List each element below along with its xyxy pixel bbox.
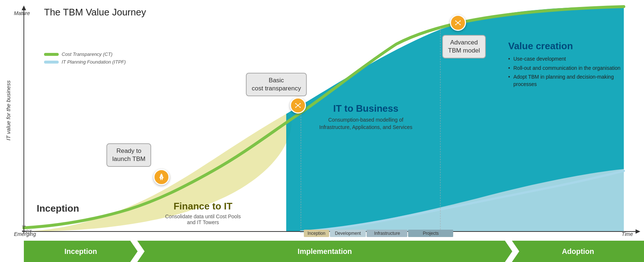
circle-launch <box>153 169 170 185</box>
circle-basic <box>290 97 306 114</box>
svg-line-17 <box>298 105 300 107</box>
legend: Cost Transparency (CT) IT Planning Found… <box>44 51 126 67</box>
callout-basic-cost-text: Basic cost transparency <box>252 76 301 93</box>
chart-title: The TBM Value Journey <box>44 7 146 18</box>
callout-advanced-tbm-text: Advanced TBM model <box>448 39 480 55</box>
svg-line-23 <box>456 21 458 23</box>
section-it-to-business: IT to Business Consumption-based modelli… <box>319 103 412 131</box>
legend-ct-label: Cost Transparency (CT) <box>62 51 112 57</box>
network-icon <box>294 101 302 110</box>
y-axis-label: IT value for the business <box>3 18 14 202</box>
rocket-icon <box>157 173 166 182</box>
section-finance-title: Finance to IT <box>165 201 241 212</box>
section-value-bullet-2: Roll-out and communication in the organi… <box>508 65 633 72</box>
callout-advanced-tbm: Advanced TBM model <box>442 35 486 58</box>
label-time: Time <box>622 231 633 237</box>
ct-axis-label: CT <box>26 229 32 234</box>
small-phase-projects: Projects <box>408 230 453 237</box>
phase-adoption: Adoption <box>512 241 644 262</box>
circle-advanced <box>450 15 466 31</box>
phase-inception: Inception <box>24 241 138 262</box>
small-phase-inception: Inception <box>304 230 329 237</box>
main-container: The TBM Value Journey IT value for the b… <box>0 0 644 262</box>
svg-line-15 <box>298 104 300 105</box>
svg-line-25 <box>456 23 458 25</box>
small-phase-infrastructure: Infrastructure <box>367 230 407 237</box>
callout-basic-cost: Basic cost transparency <box>246 73 307 96</box>
phase-implementation: Implementation <box>137 241 512 262</box>
phases-bar: Inception Implementation Adoption <box>24 241 644 262</box>
section-finance-to-it: Finance to IT Consolidate data until Cos… <box>165 201 241 225</box>
legend-ct-line <box>44 53 59 56</box>
small-phase-development: Development <box>330 230 366 237</box>
legend-ct: Cost Transparency (CT) <box>44 51 126 57</box>
svg-line-26 <box>458 23 460 25</box>
svg-line-14 <box>296 104 298 105</box>
svg-marker-1 <box>22 6 26 10</box>
small-phase-bars: Inception Development Infrastructure Pro… <box>304 230 453 237</box>
section-value-title: Value creation <box>508 40 633 52</box>
label-mature: Mature <box>14 10 30 16</box>
svg-marker-3 <box>636 229 640 234</box>
section-value-bullet-1: Use-case development <box>508 55 633 63</box>
section-inception: Inception <box>37 203 79 214</box>
diagram-icon <box>454 18 462 27</box>
svg-line-24 <box>458 21 460 23</box>
section-inception-title: Inception <box>37 203 79 214</box>
section-it-business-title: IT to Business <box>319 103 412 114</box>
section-value-bullet-3: Adopt TBM in planning and decision-makin… <box>508 73 633 88</box>
callout-ready-launch: Ready to launch TBM <box>106 143 151 167</box>
callout-ready-launch-text: Ready to launch TBM <box>112 147 145 163</box>
label-emerging: Emerging <box>14 231 36 237</box>
legend-itpf: IT Planning Foundation (ITPF) <box>44 59 126 65</box>
section-it-business-subtitle: Consumption-based modelling of Infrastru… <box>319 116 412 131</box>
legend-itpf-label: IT Planning Foundation (ITPF) <box>62 59 126 65</box>
section-finance-subtitle: Consolidate data until Cost Pools and IT… <box>165 213 241 225</box>
legend-itpf-line <box>44 61 59 64</box>
svg-point-8 <box>161 175 162 176</box>
section-value-creation: Value creation Use-case development Roll… <box>508 40 633 90</box>
svg-line-16 <box>296 105 298 107</box>
